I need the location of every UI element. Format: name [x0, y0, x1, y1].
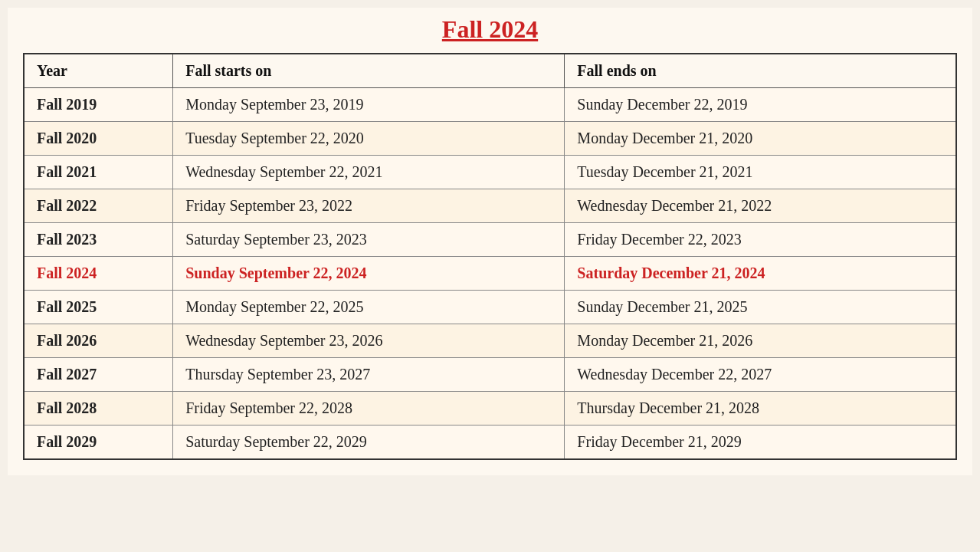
cell-end: Friday December 21, 2029 — [565, 426, 956, 460]
cell-end: Tuesday December 21, 2021 — [565, 156, 956, 189]
cell-year: Fall 2023 — [24, 223, 173, 257]
table-row: Fall 2025Monday September 22, 2025Sunday… — [24, 291, 956, 324]
cell-year: Fall 2027 — [24, 358, 173, 392]
cell-year: Fall 2024 — [24, 257, 173, 291]
cell-year: Fall 2026 — [24, 324, 173, 358]
page-title: Fall 2024 — [23, 15, 957, 44]
table-row: Fall 2019Monday September 23, 2019Sunday… — [24, 88, 956, 122]
cell-end: Friday December 22, 2023 — [565, 223, 956, 257]
table-row: Fall 2020Tuesday September 22, 2020Monda… — [24, 122, 956, 156]
cell-year: Fall 2025 — [24, 291, 173, 324]
cell-year: Fall 2029 — [24, 426, 173, 460]
cell-end: Thursday December 21, 2028 — [565, 392, 956, 426]
cell-start: Monday September 22, 2025 — [173, 291, 565, 324]
cell-start: Sunday September 22, 2024 — [173, 257, 565, 291]
cell-start: Monday September 23, 2019 — [173, 88, 565, 122]
cell-start: Thursday September 23, 2027 — [173, 358, 565, 392]
cell-year: Fall 2020 — [24, 122, 173, 156]
page-container: Fall 2024 Year Fall starts on Fall ends … — [8, 8, 972, 475]
cell-start: Wednesday September 22, 2021 — [173, 156, 565, 189]
cell-year: Fall 2028 — [24, 392, 173, 426]
cell-start: Saturday September 22, 2029 — [173, 426, 565, 460]
table-row: Fall 2026Wednesday September 23, 2026Mon… — [24, 324, 956, 358]
cell-end: Monday December 21, 2026 — [565, 324, 956, 358]
header-start: Fall starts on — [173, 54, 565, 88]
cell-start: Tuesday September 22, 2020 — [173, 122, 565, 156]
cell-end: Sunday December 21, 2025 — [565, 291, 956, 324]
table-row: Fall 2023Saturday September 23, 2023Frid… — [24, 223, 956, 257]
cell-end: Wednesday December 21, 2022 — [565, 189, 956, 223]
table-row: Fall 2029Saturday September 22, 2029Frid… — [24, 426, 956, 460]
table-row: Fall 2028Friday September 22, 2028Thursd… — [24, 392, 956, 426]
table-row: Fall 2027Thursday September 23, 2027Wedn… — [24, 358, 956, 392]
header-year: Year — [24, 54, 173, 88]
cell-start: Wednesday September 23, 2026 — [173, 324, 565, 358]
cell-end: Wednesday December 22, 2027 — [565, 358, 956, 392]
fall-dates-table: Year Fall starts on Fall ends on Fall 20… — [23, 53, 957, 460]
cell-start: Saturday September 23, 2023 — [173, 223, 565, 257]
cell-start: Friday September 23, 2022 — [173, 189, 565, 223]
cell-end: Monday December 21, 2020 — [565, 122, 956, 156]
table-header-row: Year Fall starts on Fall ends on — [24, 54, 956, 88]
cell-start: Friday September 22, 2028 — [173, 392, 565, 426]
cell-end: Saturday December 21, 2024 — [565, 257, 956, 291]
table-row: Fall 2021Wednesday September 22, 2021Tue… — [24, 156, 956, 189]
cell-year: Fall 2022 — [24, 189, 173, 223]
table-row: Fall 2024Sunday September 22, 2024Saturd… — [24, 257, 956, 291]
header-end: Fall ends on — [565, 54, 956, 88]
cell-year: Fall 2021 — [24, 156, 173, 189]
table-row: Fall 2022Friday September 23, 2022Wednes… — [24, 189, 956, 223]
cell-year: Fall 2019 — [24, 88, 173, 122]
cell-end: Sunday December 22, 2019 — [565, 88, 956, 122]
